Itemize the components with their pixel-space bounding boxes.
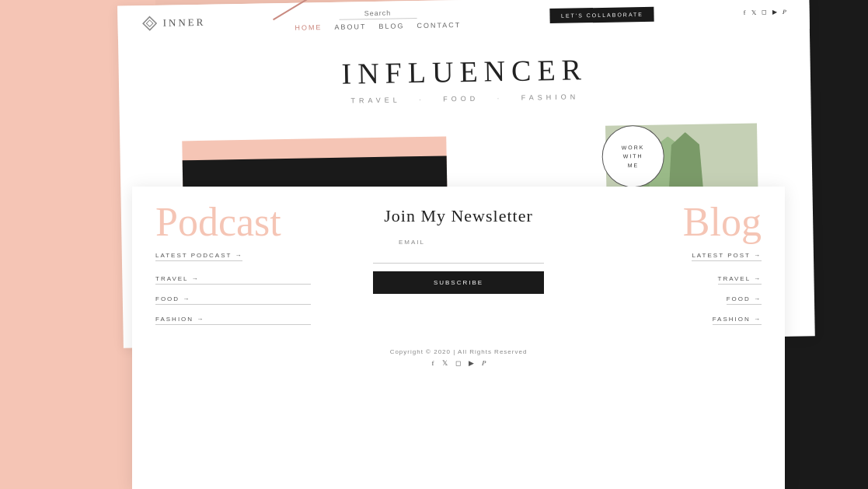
instagram-icon[interactable]: ◻: [761, 9, 766, 16]
podcast-big-text: Podcast: [155, 202, 311, 243]
hero-title: INFLUENCER: [134, 49, 795, 95]
podcast-fashion-link[interactable]: FASHION →: [155, 316, 311, 325]
blog-categories: TRAVEL → FOOD → FASHION →: [606, 275, 762, 325]
blog-food-link[interactable]: FOOD →: [727, 295, 762, 305]
newsletter-title: Join My Newsletter: [384, 206, 533, 226]
subtitle-food: FOOD: [443, 95, 479, 103]
front-card: Podcast LATEST PODCAST → TRAVEL → FOOD →…: [132, 187, 785, 489]
blog-big-text: Blog: [606, 202, 762, 243]
dot-2: ·: [497, 94, 509, 102]
nav-blog[interactable]: BLOG: [378, 22, 404, 30]
twitter-icon[interactable]: 𝕏: [751, 9, 755, 16]
podcast-categories: TRAVEL → FOOD → FASHION →: [155, 275, 311, 325]
collab-button[interactable]: LET'S COLLABORATE: [550, 7, 654, 23]
blog-fashion-link[interactable]: FASHION →: [713, 316, 762, 325]
subtitle-fashion: FASHION: [521, 93, 580, 101]
footer-instagram-icon[interactable]: ◻: [455, 359, 461, 368]
blog-travel-link[interactable]: TRAVEL →: [718, 275, 762, 285]
podcast-section: Podcast LATEST PODCAST → TRAVEL → FOOD →…: [155, 202, 311, 325]
copyright-text: Copyright © 2020 | All Rights Reserved: [148, 348, 769, 355]
nav-links: HOME ABOUT BLOG CONTACT: [295, 21, 461, 32]
subscribe-button[interactable]: SUBSCRIBE: [373, 271, 544, 294]
subtitle-travel: TRAVEL: [350, 96, 401, 104]
header-social-icons: f 𝕏 ◻ ▶ 𝑃: [744, 8, 786, 16]
logo-icon: [141, 14, 158, 31]
svg-rect-0: [143, 16, 156, 30]
latest-post-link[interactable]: LATEST POST →: [692, 252, 762, 261]
front-footer: Copyright © 2020 | All Rights Reserved f…: [132, 341, 785, 375]
latest-podcast-link[interactable]: LATEST PODCAST →: [155, 252, 242, 261]
footer-social-icons: f 𝕏 ◻ ▶ 𝑃: [148, 359, 769, 368]
nav-about[interactable]: ABOUT: [334, 23, 366, 31]
work-with-me-text: WORKWITHME: [622, 143, 645, 169]
logo-text: INNER: [162, 16, 205, 29]
podcast-travel-link[interactable]: TRAVEL →: [155, 275, 311, 285]
strip-area: [182, 136, 446, 141]
facebook-icon[interactable]: f: [744, 9, 746, 16]
footer-twitter-icon[interactable]: 𝕏: [442, 359, 448, 368]
footer-facebook-icon[interactable]: f: [432, 359, 434, 368]
footer-youtube-icon[interactable]: ▶: [469, 359, 474, 368]
blog-section: Blog LATEST POST → TRAVEL → FOOD → FASHI…: [606, 202, 762, 325]
email-input[interactable]: [373, 249, 544, 264]
front-main: Podcast LATEST PODCAST → TRAVEL → FOOD →…: [132, 187, 785, 341]
search-input[interactable]: [339, 7, 417, 20]
podcast-food-link[interactable]: FOOD →: [155, 295, 311, 305]
pinterest-icon[interactable]: 𝑃: [782, 8, 786, 16]
newsletter-section: Join My Newsletter EMAIL SUBSCRIBE: [311, 202, 606, 325]
email-label: EMAIL: [326, 239, 497, 246]
footer-pinterest-icon[interactable]: 𝑃: [482, 359, 486, 368]
logo-area: INNER: [141, 13, 205, 31]
svg-rect-1: [146, 19, 152, 26]
nav-contact[interactable]: CONTACT: [417, 21, 461, 30]
dot-1: ·: [419, 96, 431, 103]
hero-section: INFLUENCER TRAVEL · FOOD · FASHION: [118, 29, 811, 117]
nav-search-area: HOME ABOUT BLOG CONTACT: [295, 6, 461, 32]
nav-home[interactable]: HOME: [295, 23, 322, 32]
youtube-icon[interactable]: ▶: [772, 9, 776, 16]
